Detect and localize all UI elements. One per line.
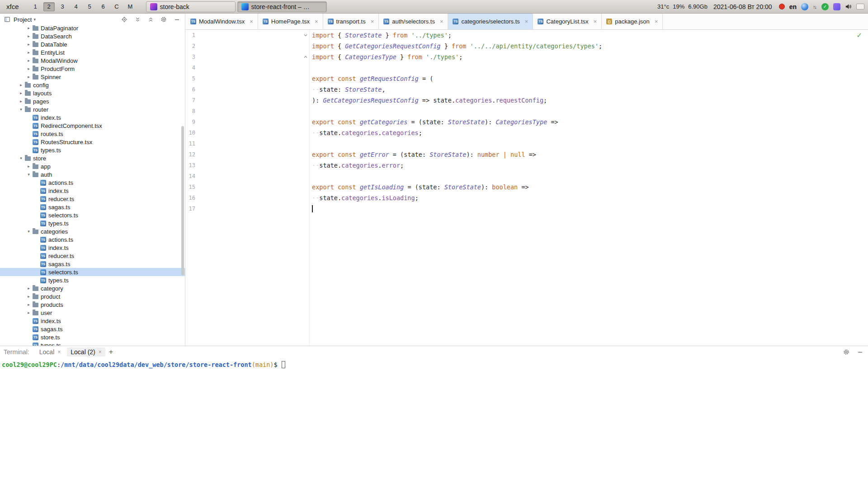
tree-file-item[interactable]: TSRoutesStructure.tsx [0,138,185,146]
close-tab-icon[interactable]: × [250,18,253,25]
terminal-output[interactable]: cool29@cool29PC:/mnt/data/cool29data/dev… [0,358,868,488]
code-line[interactable]: 14 [186,171,868,182]
applications-menu[interactable]: xfce [0,3,24,10]
tree-folder-item[interactable]: ▸DataPaginator [0,25,185,32]
project-view-selector[interactable]: Project [14,16,32,23]
close-tab-icon[interactable]: × [371,18,374,25]
collapse-all-icon[interactable] [147,16,154,23]
tree-file-item[interactable]: TSsagas.ts [0,260,185,268]
taskbar-window-button[interactable]: store-back [146,1,236,12]
settings-icon[interactable] [160,16,167,23]
tree-file-item[interactable]: TSindex.ts [0,187,185,195]
tree-folder-item[interactable]: ▸layouts [0,89,185,97]
shield-check-icon[interactable]: ✓ [821,3,829,10]
tree-file-item[interactable]: TSindex.ts [0,317,185,325]
code-line[interactable]: 17 [186,203,868,214]
display-icon[interactable] [856,4,864,9]
code-line[interactable]: 9export const getCategories = (state: St… [186,117,868,127]
tree-folder-item[interactable]: ▸app [0,162,185,170]
editor-tab[interactable]: TSHomePage.tsx× [258,14,323,29]
tree-file-item[interactable]: TSreducer.ts [0,252,185,260]
terminal-settings-icon[interactable] [843,348,850,356]
keyboard-layout-indicator[interactable]: en [789,3,797,10]
tree-file-item[interactable]: TSsagas.ts [0,203,185,211]
tree-file-item[interactable]: TStypes.ts [0,276,185,284]
code-line[interactable]: 8 [186,106,868,117]
workspace-button[interactable]: 2 [43,2,55,11]
workspace-button[interactable]: 6 [98,2,109,11]
tree-file-item[interactable]: TStypes.ts [0,219,185,227]
tree-file-item[interactable]: TStypes.ts [0,146,185,154]
editor-tab[interactable]: TSauth/selectors.ts× [379,14,448,29]
network-traffic-icon[interactable]: ↑↓ [813,4,817,9]
code-line[interactable]: 5export const getRequestConfig = ( [186,73,868,84]
code-line[interactable]: 6··state: StoreState, [186,84,868,95]
new-terminal-tab-button[interactable]: + [109,348,113,356]
hide-panel-icon[interactable] [173,16,180,23]
tree-file-item[interactable]: TSindex.ts [0,113,185,122]
tree-file-item[interactable]: TSsagas.ts [0,325,185,333]
fold-down-icon[interactable] [302,30,309,41]
tree-folder-item[interactable]: ▸EntityList [0,48,185,56]
close-tab-icon[interactable]: × [99,349,102,355]
tree-file-item[interactable]: TSactions.ts [0,235,185,244]
tree-folder-item[interactable]: ▸config [0,81,185,89]
tree-folder-item[interactable]: ▾router [0,105,185,113]
workspace-button[interactable]: 1 [30,2,41,11]
code-line[interactable]: 2import { GetCategoriesRequestConfig } f… [186,41,868,52]
taskbar-window-button[interactable]: store-react-front – … [237,1,327,12]
tree-folder-item[interactable]: ▾categories [0,227,185,235]
tree-file-item[interactable]: TSselectors.ts [0,268,185,276]
code-area[interactable]: 1import { StoreState } from '../types';2… [186,30,868,214]
browser-icon[interactable] [801,3,808,10]
tree-folder-item[interactable]: ▸ModalWindow [0,56,185,65]
code-line[interactable]: 7): GetCategoriesRequestConfig => state.… [186,95,868,106]
tree-file-item[interactable]: TSRedirectComponent.tsx [0,122,185,130]
workspace-button[interactable]: 3 [57,2,68,11]
fold-up-icon[interactable] [302,52,309,62]
volume-icon[interactable] [845,3,852,10]
close-tab-icon[interactable]: × [525,18,528,25]
close-tab-icon[interactable]: × [440,18,443,25]
inspections-ok-icon[interactable]: ✓ [856,31,862,39]
code-line[interactable]: 16··state.categories.isLoading; [186,192,868,203]
tree-folder-item[interactable]: ▸Spinner [0,73,185,81]
editor-tab[interactable]: {}package.json× [602,14,663,29]
tree-file-item[interactable]: TStypes.ts [0,341,185,346]
tree-folder-item[interactable]: ▸DataSearch [0,32,185,40]
tree-folder-item[interactable]: ▸pages [0,97,185,105]
terminal-tab[interactable]: Local (2)× [67,347,105,357]
tree-file-item[interactable]: TSactions.ts [0,178,185,187]
tree-folder-item[interactable]: ▾auth [0,170,185,178]
tree-folder-item[interactable]: ▸DataTable [0,40,185,48]
code-line[interactable]: 12export const getError = (state: StoreS… [186,149,868,160]
close-tab-icon[interactable]: × [594,18,597,25]
tree-folder-item[interactable]: ▸category [0,284,185,292]
tree-file-item[interactable]: TSstore.ts [0,333,185,341]
clock[interactable]: 2021-06-08 Вт 20:00 [713,3,772,10]
tree-file-item[interactable]: TSindex.ts [0,244,185,252]
code-line[interactable]: 1import { StoreState } from '../types'; [186,30,868,41]
code-line[interactable]: 15export const getIsLoading = (state: St… [186,182,868,192]
messenger-icon[interactable] [833,3,840,10]
tree-file-item[interactable]: TSselectors.ts [0,211,185,219]
code-line[interactable]: 4 [186,62,868,73]
tree-folder-item[interactable]: ▸user [0,309,185,317]
terminal-tab[interactable]: Local× [36,347,64,357]
expand-all-icon[interactable] [134,16,141,23]
tree-file-item[interactable]: TSreducer.ts [0,195,185,203]
editor-tab[interactable]: TScategories/selectors.ts× [448,14,533,29]
close-tab-icon[interactable]: × [655,18,658,25]
workspace-button[interactable]: 5 [84,2,95,11]
close-tab-icon[interactable]: × [315,18,318,25]
project-tree-scrollbar[interactable] [181,126,184,275]
code-line[interactable]: 11 [186,138,868,149]
workspace-button[interactable]: M [125,2,136,11]
hide-terminal-icon[interactable] [856,348,863,356]
tree-folder-item[interactable]: ▸product [0,292,185,300]
tree-folder-item[interactable]: ▸products [0,300,185,309]
editor-tab[interactable]: TStransport.ts× [323,14,379,29]
code-line[interactable]: 3import { CategoriesType } from './types… [186,52,868,62]
code-line[interactable]: 13··state.categories.error; [186,160,868,171]
editor-tab[interactable]: TSCategoryList.tsx× [533,14,602,29]
